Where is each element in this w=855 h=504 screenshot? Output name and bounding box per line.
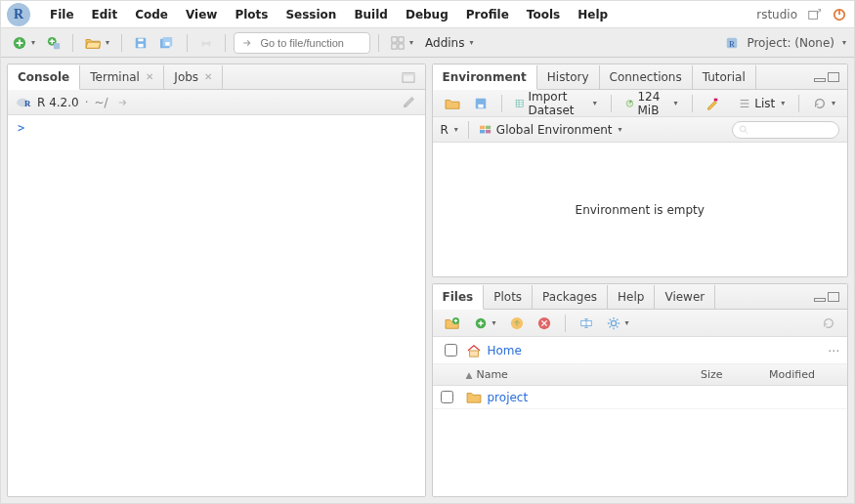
tab-viewer[interactable]: Viewer	[655, 285, 715, 309]
tab-plots[interactable]: Plots	[484, 285, 533, 309]
menu-debug[interactable]: Debug	[398, 4, 456, 25]
files-table-header: ▲ Name Size Modified	[433, 364, 848, 386]
file-name-link[interactable]: project	[488, 391, 529, 404]
files-breadcrumb: Home ⋯	[433, 337, 848, 364]
new-folder-button[interactable]	[441, 315, 464, 332]
environment-empty-message: Environment is empty	[576, 203, 705, 217]
clear-objects-button[interactable]	[702, 95, 723, 112]
tab-environment[interactable]: Environment	[433, 65, 537, 90]
goto-input-field[interactable]	[258, 36, 362, 50]
environment-search-input[interactable]	[748, 123, 833, 137]
svg-rect-8	[138, 38, 143, 41]
table-row[interactable]: project	[433, 386, 848, 409]
pane-popout-icon[interactable]	[400, 68, 417, 86]
import-dataset-button[interactable]: Import Dataset ▾	[511, 88, 601, 119]
menu-profile[interactable]: Profile	[458, 4, 517, 25]
print-button[interactable]	[195, 34, 217, 52]
project-icon[interactable]: R	[723, 34, 741, 52]
menu-help[interactable]: Help	[570, 4, 616, 25]
home-icon[interactable]	[466, 344, 482, 357]
chevron-down-icon: ▾	[832, 99, 835, 107]
more-button[interactable]: ▾	[603, 315, 633, 332]
menu-edit[interactable]: Edit	[84, 4, 126, 25]
more-path-icon[interactable]: ⋯	[828, 344, 839, 357]
upload-button[interactable]	[506, 315, 528, 332]
tab-console[interactable]: Console	[8, 65, 80, 90]
search-icon	[739, 124, 748, 135]
menu-plots[interactable]: Plots	[227, 4, 276, 25]
close-icon[interactable]: ✕	[146, 71, 153, 82]
svg-rect-37	[480, 130, 485, 133]
files-pane: Files Plots Packages Help Viewer	[432, 283, 849, 497]
delete-button[interactable]	[534, 315, 555, 332]
row-checkbox[interactable]	[441, 391, 453, 403]
new-blank-file-button[interactable]: ▾	[470, 315, 500, 332]
refresh-files-button[interactable]	[818, 315, 839, 332]
save-button[interactable]	[130, 34, 151, 52]
tab-jobs[interactable]: Jobs✕	[164, 65, 223, 89]
col-name[interactable]: Name	[476, 368, 507, 381]
breadcrumb-home[interactable]: Home	[488, 344, 522, 357]
language-selector[interactable]: R ▾	[441, 123, 458, 137]
svg-rect-26	[478, 104, 483, 107]
minimize-pane-icon[interactable]	[814, 298, 826, 302]
main-toolbar: ▾ ▾ ▾ Addins ▾	[1, 28, 854, 58]
goto-file-function-input[interactable]	[234, 32, 370, 54]
svg-line-40	[745, 131, 748, 134]
addins-label: Addins	[425, 36, 464, 50]
menu-code[interactable]: Code	[127, 4, 176, 25]
refresh-button[interactable]: ▾	[809, 95, 839, 112]
environment-selector[interactable]: Global Environment ▾	[479, 123, 622, 137]
svg-rect-35	[480, 125, 485, 128]
open-file-button[interactable]: ▾	[81, 34, 113, 52]
tab-history[interactable]: History	[537, 65, 600, 89]
clear-console-icon[interactable]	[400, 94, 417, 111]
select-all-checkbox[interactable]	[445, 344, 457, 357]
chevron-down-icon: ▾	[106, 38, 109, 47]
menu-file[interactable]: File	[42, 4, 82, 25]
chevron-down-icon[interactable]: ▾	[842, 38, 846, 47]
workspace-panes-button[interactable]: ▾	[387, 34, 417, 52]
chevron-down-icon: ▾	[469, 38, 473, 47]
svg-rect-36	[486, 125, 491, 128]
new-file-button[interactable]: ▾	[9, 34, 39, 52]
save-all-button[interactable]	[155, 34, 179, 52]
quit-session-icon[interactable]	[831, 6, 848, 23]
maximize-pane-icon[interactable]	[828, 72, 839, 82]
menu-tools[interactable]: Tools	[519, 4, 568, 25]
chevron-down-icon: ▾	[492, 318, 496, 327]
col-size[interactable]: Size	[701, 368, 769, 381]
chevron-down-icon: ▾	[454, 125, 458, 134]
load-workspace-button[interactable]	[441, 95, 464, 112]
close-icon[interactable]: ✕	[204, 71, 212, 82]
sort-asc-icon[interactable]: ▲	[466, 370, 473, 380]
tab-files[interactable]: Files	[433, 285, 485, 310]
popout-window-icon[interactable]	[805, 6, 823, 23]
rename-button[interactable]	[576, 315, 597, 332]
tab-connections[interactable]: Connections	[600, 65, 693, 89]
open-folder-icon[interactable]	[114, 94, 132, 111]
tab-help[interactable]: Help	[608, 285, 655, 309]
tab-tutorial[interactable]: Tutorial	[693, 65, 756, 89]
minimize-pane-icon[interactable]	[814, 78, 826, 82]
environment-search[interactable]	[732, 121, 839, 139]
menu-session[interactable]: Session	[278, 4, 344, 25]
console-output[interactable]: >	[8, 115, 425, 496]
tab-terminal[interactable]: Terminal✕	[80, 65, 164, 89]
maximize-pane-icon[interactable]	[828, 292, 839, 302]
source-console-pane: Console Terminal✕ Jobs✕ R R 4.2.0 · ~/	[7, 63, 426, 497]
new-project-button[interactable]	[43, 34, 64, 52]
menu-build[interactable]: Build	[346, 4, 396, 25]
memory-usage-button[interactable]: 124 MiB ▾	[621, 88, 682, 119]
addins-menu[interactable]: Addins ▾	[421, 34, 477, 52]
svg-rect-38	[486, 130, 491, 133]
project-label[interactable]: Project: (None)	[747, 36, 834, 50]
menu-view[interactable]: View	[178, 4, 225, 25]
save-workspace-button[interactable]	[470, 95, 492, 112]
working-directory-label[interactable]: ~/	[95, 96, 108, 109]
col-modified[interactable]: Modified	[769, 368, 847, 381]
gear-icon	[607, 316, 620, 330]
chevron-down-icon: ▾	[619, 125, 622, 134]
tab-packages[interactable]: Packages	[533, 285, 608, 309]
view-mode-button[interactable]: List ▾	[735, 95, 789, 112]
